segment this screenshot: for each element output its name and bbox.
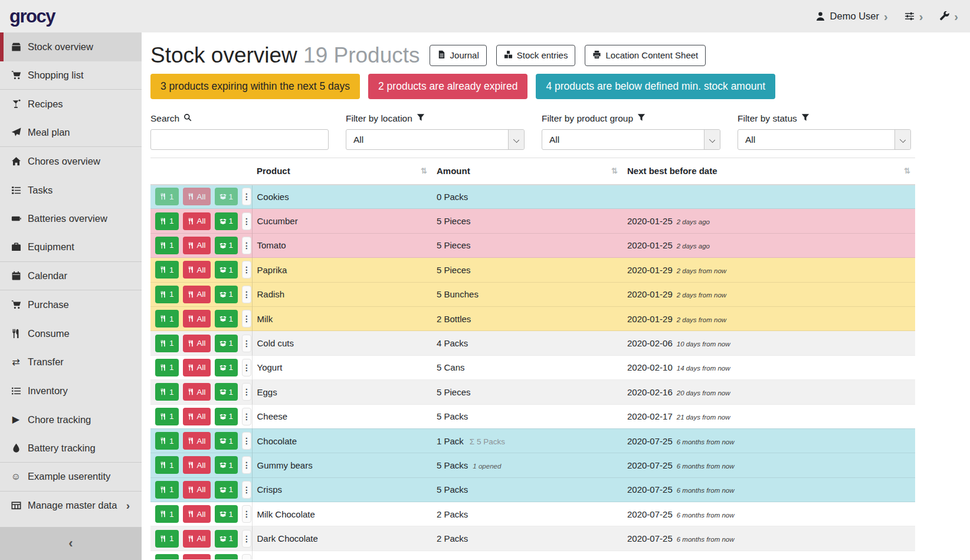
product-cell[interactable]: Chocolate <box>252 428 432 453</box>
row-menu-button[interactable]: ⋮ <box>242 261 251 279</box>
consume-all-button[interactable]: All <box>183 481 211 499</box>
status-filter-select[interactable]: All <box>738 129 911 150</box>
row-menu-button[interactable]: ⋮ <box>242 505 251 523</box>
open-one-button[interactable]: 1 <box>215 261 238 279</box>
row-menu-button[interactable]: ⋮ <box>242 212 251 230</box>
open-one-button[interactable]: 1 <box>215 456 238 474</box>
sidebar-item-transfer[interactable]: ⇄Transfer <box>0 348 142 377</box>
sidebar-item-example-userentity[interactable]: ☺Example userentity <box>0 463 142 492</box>
user-menu[interactable]: Demo User › <box>815 11 888 22</box>
consume-one-button[interactable]: 1 <box>155 530 179 548</box>
product-group-filter-select[interactable]: All <box>542 129 720 150</box>
sidebar-item-chores-overview[interactable]: Chores overview <box>0 147 142 176</box>
row-menu-button[interactable]: ⋮ <box>242 554 251 559</box>
expired-banner[interactable]: 2 products are already expired <box>368 74 527 99</box>
consume-one-button[interactable]: 1 <box>155 335 179 352</box>
settings-menu[interactable]: › <box>905 11 923 22</box>
sidebar-item-battery-tracking[interactable]: Battery tracking <box>0 434 142 463</box>
product-cell[interactable]: Cheese <box>252 404 432 428</box>
product-cell[interactable]: Cold cuts <box>252 331 432 355</box>
product-cell[interactable]: Tomato <box>252 233 432 257</box>
product-cell[interactable]: Yogurt <box>252 355 432 379</box>
consume-all-button[interactable]: All <box>183 335 211 352</box>
sidebar-item-purchase[interactable]: Purchase <box>0 290 142 319</box>
sidebar-item-tasks[interactable]: Tasks <box>0 176 142 205</box>
sidebar-item-equipment[interactable]: Equipment <box>0 233 142 262</box>
consume-one-button[interactable]: 1 <box>155 383 179 401</box>
open-one-button[interactable]: 1 <box>215 335 238 352</box>
open-one-button[interactable]: 1 <box>215 530 238 548</box>
open-one-button[interactable]: 1 <box>215 286 238 303</box>
consume-all-button[interactable]: All <box>183 359 211 376</box>
consume-all-button[interactable]: All <box>183 432 211 450</box>
row-menu-button[interactable]: ⋮ <box>242 530 251 548</box>
sidebar-item-calendar[interactable]: Calendar <box>0 262 142 291</box>
product-cell[interactable]: Cookies <box>252 185 432 209</box>
consume-one-button[interactable]: 1 <box>155 261 179 279</box>
consume-one-button[interactable]: 1 <box>155 237 179 254</box>
row-menu-button[interactable]: ⋮ <box>242 359 251 376</box>
product-cell[interactable]: Crisps <box>252 477 432 502</box>
search-input[interactable] <box>150 129 329 150</box>
consume-all-button[interactable]: All <box>183 188 211 205</box>
sidebar-item-chore-tracking[interactable]: ▶Chore tracking <box>0 405 142 434</box>
product-cell[interactable]: Paprika <box>252 258 432 282</box>
row-menu-button[interactable]: ⋮ <box>242 188 251 205</box>
location-filter-select[interactable]: All <box>346 129 525 150</box>
sort-icon[interactable]: ⇅ <box>611 166 618 175</box>
open-one-button[interactable]: 1 <box>215 432 238 450</box>
row-menu-button[interactable]: ⋮ <box>242 310 251 328</box>
product-cell[interactable]: Radish <box>252 282 432 306</box>
row-menu-button[interactable]: ⋮ <box>242 383 251 401</box>
consume-one-button[interactable]: 1 <box>155 456 179 474</box>
sort-icon[interactable]: ⇅ <box>904 166 910 175</box>
consume-all-button[interactable]: All <box>183 530 211 548</box>
product-column-header[interactable]: Product ⇅ <box>252 158 432 185</box>
open-one-button[interactable]: 1 <box>215 481 238 499</box>
consume-all-button[interactable]: All <box>183 261 211 279</box>
row-menu-button[interactable]: ⋮ <box>242 237 251 254</box>
amount-column-header[interactable]: Amount ⇅ <box>432 158 622 185</box>
consume-one-button[interactable]: 1 <box>155 359 179 376</box>
admin-menu[interactable]: › <box>939 11 958 22</box>
journal-button[interactable]: Journal <box>430 45 487 66</box>
consume-one-button[interactable]: 1 <box>155 188 179 205</box>
product-cell[interactable]: Dark Chocolate <box>252 526 432 551</box>
consume-all-button[interactable]: All <box>183 408 211 425</box>
row-menu-button[interactable]: ⋮ <box>242 286 251 303</box>
sidebar-item-meal-plan[interactable]: Meal plan <box>0 119 142 148</box>
stock-entries-button[interactable]: Stock entries <box>496 45 576 66</box>
open-one-button[interactable]: 1 <box>215 237 238 254</box>
sidebar-collapse-button[interactable]: ‹ <box>0 527 142 560</box>
open-one-button[interactable]: 1 <box>215 188 238 205</box>
open-one-button[interactable]: 1 <box>215 212 238 230</box>
sidebar-item-recipes[interactable]: Recipes <box>0 90 142 119</box>
product-cell[interactable] <box>252 551 432 559</box>
product-cell[interactable]: Milk Chocolate <box>252 502 432 526</box>
consume-one-button[interactable]: 1 <box>155 212 179 230</box>
open-one-button[interactable]: 1 <box>215 554 238 559</box>
consume-one-button[interactable]: 1 <box>155 408 179 425</box>
open-one-button[interactable]: 1 <box>215 310 238 328</box>
consume-all-button[interactable]: All <box>183 212 211 230</box>
consume-all-button[interactable]: All <box>183 505 211 523</box>
sidebar-item-stock-overview[interactable]: Stock overview <box>0 32 142 61</box>
consume-all-button[interactable]: All <box>183 456 211 474</box>
below-min-stock-banner[interactable]: 4 products are below defined min. stock … <box>536 74 775 99</box>
consume-all-button[interactable]: All <box>183 237 211 254</box>
product-cell[interactable]: Gummy bears <box>252 453 432 477</box>
open-one-button[interactable]: 1 <box>215 408 238 425</box>
sidebar-item-batteries-overview[interactable]: Batteries overview <box>0 205 142 234</box>
consume-one-button[interactable]: 1 <box>155 286 179 303</box>
consume-all-button[interactable]: All <box>183 286 211 303</box>
sidebar-item-consume[interactable]: Consume <box>0 319 142 348</box>
row-menu-button[interactable]: ⋮ <box>242 481 251 499</box>
consume-all-button[interactable]: All <box>183 310 211 328</box>
row-menu-button[interactable]: ⋮ <box>242 335 251 352</box>
sort-icon[interactable]: ⇅ <box>421 166 427 175</box>
consume-one-button[interactable]: 1 <box>155 481 179 499</box>
sidebar-item-manage-master-data[interactable]: Manage master data› <box>0 492 142 520</box>
consume-one-button[interactable]: 1 <box>155 432 179 450</box>
sidebar-item-shopping-list[interactable]: Shopping list <box>0 61 142 90</box>
open-one-button[interactable]: 1 <box>215 383 238 401</box>
